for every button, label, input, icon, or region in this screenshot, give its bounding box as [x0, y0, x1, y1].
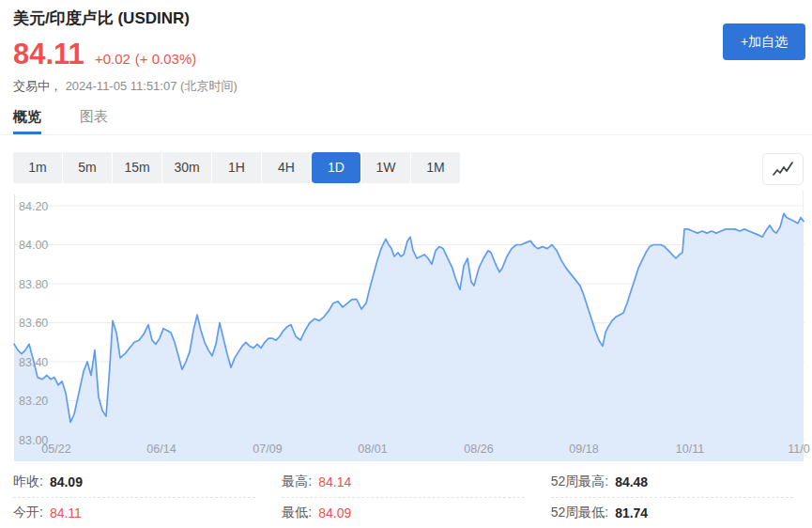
- stat-label: 最高:: [282, 474, 312, 490]
- stat-value: 81.74: [615, 505, 648, 520]
- stats-panel: 昨收:84.09今开:84.11最高:84.14最低:84.0952周最高:84…: [0, 463, 812, 528]
- quote-datetime: 2024-11-05 11:51:07: [66, 79, 177, 93]
- y-axis-tick-label: 84.20: [19, 200, 48, 213]
- stat-value: 84.09: [318, 505, 351, 520]
- stat-row: 今开:84.11: [13, 498, 255, 528]
- timeframe-button-4H[interactable]: 4H: [262, 152, 311, 183]
- x-axis-tick-label: 07/09: [253, 443, 282, 456]
- tab-overview[interactable]: 概览: [13, 108, 41, 134]
- stat-row: 昨收:84.09: [13, 467, 255, 498]
- timeframe-button-1m[interactable]: 1m: [13, 152, 62, 183]
- stat-value: 84.11: [50, 505, 82, 520]
- usdinr-quote-page: 美元/印度卢比 (USDINR) 84.11 +0.02 (+ 0.03%) 交…: [0, 0, 812, 528]
- section-tabs: 概览图表: [0, 108, 812, 135]
- stat-row: 最高:84.14: [282, 467, 524, 498]
- price-change: +0.02: [95, 51, 130, 67]
- stat-label: 昨收:: [13, 474, 43, 490]
- price-chart-svg: 84.2084.0083.8083.6083.4083.2083.0005/22…: [0, 189, 812, 463]
- stats-column-2: 最高:84.14最低:84.09: [282, 467, 524, 528]
- timeframe-button-15m[interactable]: 15m: [113, 152, 161, 183]
- stats-column-1: 昨收:84.09今开:84.11: [13, 467, 255, 528]
- price-chart[interactable]: 84.2084.0083.8083.6083.4083.2083.0005/22…: [0, 189, 812, 463]
- stat-row: 52周最低:81.74: [551, 498, 793, 528]
- x-axis-tick-label: 10/11: [676, 443, 704, 456]
- stat-label: 今开:: [13, 505, 43, 521]
- x-axis-tick-label: 08/01: [358, 443, 387, 456]
- y-axis-tick-label: 83.40: [19, 356, 48, 369]
- price-row: 84.11 +0.02 (+ 0.03%): [13, 38, 799, 71]
- stat-row: 最低:84.09: [282, 498, 524, 528]
- timeframe-button-1H[interactable]: 1H: [212, 152, 261, 183]
- timeframe-buttons: 1m5m15m30m1H4H1D1W1M: [13, 152, 799, 183]
- market-status: 交易中，: [13, 79, 62, 93]
- page-title: 美元/印度卢比 (USDINR): [13, 8, 799, 29]
- y-axis-tick-label: 84.00: [19, 239, 48, 252]
- stats-column-3: 52周最高:84.4852周最低:81.74: [551, 467, 793, 528]
- timeframe-button-5m[interactable]: 5m: [63, 152, 112, 183]
- status-row: 交易中， 2024-11-05 11:51:07 (北京时间): [13, 78, 799, 95]
- chart-type-button[interactable]: [762, 153, 804, 185]
- x-axis-tick-label: 05/22: [41, 443, 70, 456]
- y-axis-tick-label: 83.60: [19, 317, 48, 330]
- y-axis-tick-label: 83.80: [19, 278, 48, 291]
- timeframe-button-1W[interactable]: 1W: [361, 152, 410, 183]
- price-area-fill: [14, 213, 804, 461]
- stat-label: 52周最低:: [551, 505, 608, 521]
- timeframe-bar: 1m5m15m30m1H4H1D1W1M: [0, 152, 812, 183]
- x-axis-tick-label: 08/26: [464, 443, 493, 456]
- stat-value: 84.09: [50, 474, 83, 489]
- price-change-percent: (+ 0.03%): [135, 51, 196, 67]
- stat-label: 最低:: [282, 505, 312, 521]
- x-axis-tick-label: 09/18: [569, 443, 598, 456]
- line-chart-icon: [771, 161, 795, 178]
- x-axis-tick-label: 06/14: [146, 443, 176, 456]
- timeframe-button-30m[interactable]: 30m: [162, 152, 211, 183]
- stat-value: 84.14: [318, 474, 351, 489]
- quote-timezone: (北京时间): [180, 79, 237, 93]
- timeframe-button-1M[interactable]: 1M: [411, 152, 460, 183]
- tab-chart[interactable]: 图表: [80, 108, 108, 134]
- stat-row: 52周最高:84.48: [551, 467, 793, 498]
- quote-header: 美元/印度卢比 (USDINR) 84.11 +0.02 (+ 0.03%) 交…: [0, 0, 812, 95]
- timeframe-button-1D[interactable]: 1D: [312, 152, 360, 183]
- add-watchlist-button[interactable]: +加自选: [723, 23, 805, 60]
- stat-label: 52周最高:: [551, 474, 608, 490]
- last-price: 84.11: [13, 38, 84, 71]
- x-axis-tick-label: 11/0: [788, 443, 809, 456]
- y-axis-tick-label: 83.20: [19, 395, 48, 408]
- stat-value: 84.48: [615, 474, 648, 489]
